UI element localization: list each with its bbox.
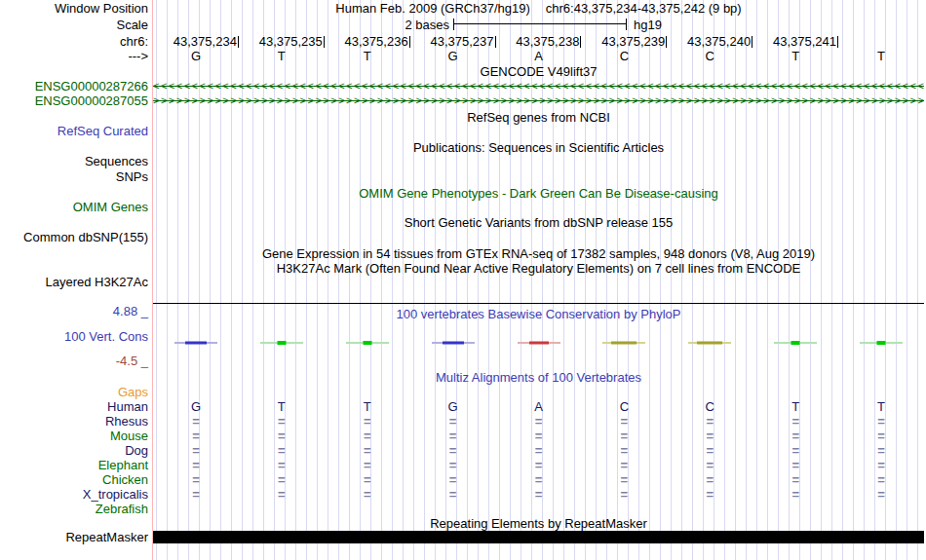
ruler-coordinate: 43,375,238 xyxy=(516,34,579,49)
phylop-track-top-border xyxy=(153,303,924,304)
publications-track-title: Publications: Sequences in Scientific Ar… xyxy=(153,140,924,155)
ruler-coordinate: 43,375,237 xyxy=(430,34,493,49)
snps-label[interactable]: SNPs xyxy=(0,169,148,184)
ruler-tick xyxy=(837,36,838,48)
h3k27ac-track-title: H3K27Ac Mark (Often Found Near Active Re… xyxy=(153,261,924,276)
scale-label: Scale xyxy=(0,18,148,32)
ruler-coordinate: 43,375,235 xyxy=(259,34,323,49)
species-label-xtropicalis[interactable]: X_tropicalis xyxy=(0,487,148,502)
ruler-coordinate: 43,375,241 xyxy=(773,34,836,49)
strand-direction-label: ---> xyxy=(0,49,148,63)
multiz-align-row-mouse[interactable]: ========= xyxy=(153,429,924,443)
chrom-label: chr6: xyxy=(0,34,148,49)
phylop-track-title: 100 vertebrates Basewise Conservation by… xyxy=(153,307,924,321)
common-dbsnp-label[interactable]: Common dbSNP(155) xyxy=(0,230,148,244)
vert-cons-label[interactable]: 100 Vert. Cons xyxy=(0,329,148,344)
window-position-label: Window Position xyxy=(0,1,148,16)
phylop-min-value: -4.5 _ xyxy=(0,354,148,368)
species-label-elephant[interactable]: Elephant xyxy=(0,458,148,472)
species-label-zebrafish[interactable]: Zebrafish xyxy=(0,502,148,516)
gencode-track-title: GENCODE V49lift37 xyxy=(153,64,924,79)
species-label-human[interactable]: Human xyxy=(0,399,148,414)
assembly-name: Human Feb. 2009 (GRCh37/hg19) xyxy=(335,1,529,16)
ruler-coordinate: 43,375,234 xyxy=(174,34,237,49)
multiz-align-row-chicken[interactable]: ========= xyxy=(153,472,924,487)
multiz-align-row-elephant[interactable]: ========= xyxy=(153,458,924,472)
gene-item-plus-strand[interactable]: >>>>>>>>>>>>>>>>>>>>>>>>>>>>>>>>>>>>>>>>… xyxy=(153,93,924,108)
multiz-align-row-dog[interactable]: ========= xyxy=(153,443,924,458)
ruler-coordinate: 43,375,236 xyxy=(345,34,408,49)
ruler-coordinate: 43,375,240 xyxy=(687,34,751,49)
omim-track-title: OMIM Gene Phenotypes - Dark Green Can Be… xyxy=(153,186,924,201)
multiz-track-title: Multiz Alignments of 100 Vertebrates xyxy=(153,370,924,385)
multiz-human-base-row[interactable]: GTTGACCTT xyxy=(153,399,924,414)
scale-value: 2 bases xyxy=(153,18,449,32)
species-label-chicken[interactable]: Chicken xyxy=(0,472,148,487)
position-header: Human Feb. 2009 (GRCh37/hg19) chr6:43,37… xyxy=(153,1,924,16)
gene-label-ensg287055[interactable]: ENSG00000287055 xyxy=(0,93,148,108)
gtex-track-title: Gene Expression in 54 tissues from GTEx … xyxy=(153,246,924,261)
multiz-align-row-rhesus[interactable]: ========= xyxy=(153,414,924,429)
species-label-rhesus[interactable]: Rhesus xyxy=(0,414,148,429)
ruler-coordinate: 43,375,239 xyxy=(601,34,665,49)
repeatmasker-element-bar[interactable] xyxy=(153,531,924,543)
scale-bar xyxy=(453,19,627,30)
sequences-label[interactable]: Sequences xyxy=(0,154,148,168)
gene-item-minus-strand[interactable]: <<<<<<<<<<<<<<<<<<<<<<<<<<<<<<<<<<<<<<<<… xyxy=(153,79,924,93)
reference-base-row: GTTGACCTT xyxy=(153,49,924,63)
repeatmasker-label[interactable]: RepeatMasker xyxy=(0,530,148,544)
species-label-dog[interactable]: Dog xyxy=(0,443,148,458)
phylop-max-value: 4.88 _ xyxy=(0,304,148,318)
species-label-mouse[interactable]: Mouse xyxy=(0,429,148,443)
dbsnp-track-title: Short Genetic Variants from dbSNP releas… xyxy=(153,215,924,230)
refseq-track-title: RefSeq genes from NCBI xyxy=(153,110,924,125)
current-position: chr6:43,375,234-43,375,242 (9 bp) xyxy=(546,1,742,16)
gaps-label[interactable]: Gaps xyxy=(0,385,148,399)
gene-label-ensg287266[interactable]: ENSG00000287266 xyxy=(0,79,148,93)
repeatmasker-track-title: Repeating Elements by RepeatMasker xyxy=(153,516,924,531)
scale-genome: hg19 xyxy=(634,18,662,32)
multiz-align-row-xtropicalis[interactable]: ========= xyxy=(153,487,924,502)
ruler-coordinates: 43,375,234 43,375,235 43,375,236 43,375,… xyxy=(153,34,838,49)
refseq-curated-label[interactable]: RefSeq Curated xyxy=(0,124,148,138)
layered-h3k27ac-label[interactable]: Layered H3K27Ac xyxy=(0,275,148,289)
omim-genes-label[interactable]: OMIM Genes xyxy=(0,200,148,214)
phylop-conservation-bars[interactable] xyxy=(153,339,924,347)
